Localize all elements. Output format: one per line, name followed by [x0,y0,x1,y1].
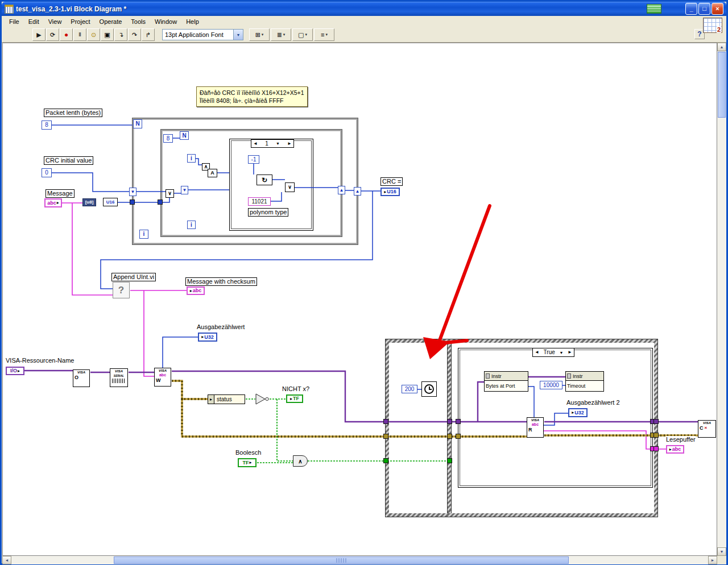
font-selector[interactable]: 13pt Application Font ▼ [162,29,243,40]
case-next-icon[interactable]: ► [568,350,572,355]
maximize-button[interactable]: □ [698,3,710,15]
menu-tools[interactable]: Tools [126,16,150,27]
polynom-constant[interactable]: 11021 [248,197,271,206]
vertical-scrollbar[interactable]: ▲ ▼ [717,43,726,556]
menu-project[interactable]: Project [66,16,94,27]
property-bytes-at-port[interactable]: Bytes at Port [486,383,515,389]
packet-length-constant[interactable]: 8 [42,121,52,130]
case-prev-icon[interactable]: ◄ [535,350,539,355]
tunnel-string[interactable] [653,446,659,451]
shift-register-left-outer[interactable]: ▼ [129,188,136,196]
vertical-scrollbar-thumb[interactable] [718,52,726,118]
tunnel-visa[interactable] [383,419,388,424]
visa-read-icon[interactable]: VISA abc R [527,417,544,438]
step-into-button[interactable]: ↴ [114,28,127,41]
abort-button[interactable]: ● [60,28,73,41]
rotate-left-icon[interactable]: ↻ [257,175,272,185]
scroll-right-button[interactable]: ► [708,556,717,564]
not-gate-icon[interactable] [255,393,270,408]
outer-loop-iteration-terminal[interactable]: i [139,230,148,239]
font-selector-arrow-icon[interactable]: ▼ [234,29,243,40]
tunnel-visa[interactable] [653,419,659,424]
align-objects-button[interactable]: ⊞▾ [249,28,270,41]
property-node-timeout[interactable]: Instr Timeout [565,371,604,392]
and-gate-icon[interactable]: ∧ [293,455,308,467]
case2-selector-value[interactable]: True [544,350,555,355]
message-string-control[interactable]: abc▸ [44,198,62,207]
language-indicator-button[interactable] [647,4,661,14]
crc-u16-indicator[interactable]: ▸U16 [380,188,400,196]
compound-or-node[interactable]: ∨ [166,189,174,198]
inner-count-constant[interactable]: 8 [163,134,173,143]
shift-register-left-inner[interactable]: ▼ [181,186,188,194]
step-over-button[interactable]: ↷ [128,28,141,41]
tunnel-numeric[interactable] [158,200,163,205]
shift-register-right-inner[interactable]: ▲ [338,186,345,194]
distribute-objects-button[interactable]: ≣▾ [271,28,291,41]
tunnel-visa[interactable] [447,419,452,424]
close-button[interactable]: × [712,3,723,15]
free-comment[interactable]: Ðàñ÷åò CRC ïî ïîëèíîìó X16+X12+X5+1 Ïîëè… [196,86,308,107]
tunnel-boolean[interactable] [383,458,388,463]
case-next-icon[interactable]: ► [287,142,292,146]
shift-register-right-outer[interactable]: ▲ [354,187,361,196]
scroll-up-button[interactable]: ▲ [717,43,726,51]
run-continuous-button[interactable]: ⟳ [46,28,59,41]
tunnel-error[interactable] [653,433,659,438]
property-node-bytes-at-port[interactable]: Instr Bytes at Port [484,371,528,392]
visa-write-icon[interactable]: VISA abc W [154,368,171,387]
case-structure-true[interactable] [458,348,653,488]
menu-file[interactable]: File [5,16,24,27]
checksum-string-indicator[interactable]: ▸abc [187,286,205,295]
scroll-left-button[interactable]: ◄ [2,556,11,564]
tunnel-boolean[interactable] [447,458,452,463]
ausgabe-u32-indicator[interactable]: ▸U32 [198,333,217,342]
sequence-divider[interactable] [447,343,452,513]
inner-loop-iteration-terminal[interactable]: i [187,221,196,229]
pause-button[interactable]: ‖ [73,28,86,41]
case2-selector[interactable]: ◄ True ▼ ► [532,348,574,357]
vi-connector-icon[interactable]: 2 [703,18,722,33]
horizontal-scrollbar[interactable]: ◄ ► [2,556,717,564]
ausgabe2-u32-indicator[interactable]: ▸U32 [568,408,588,417]
neg-one-constant[interactable]: -1 [248,155,259,164]
case1-selector-value[interactable]: 1 [265,141,268,147]
menu-view[interactable]: View [44,16,67,27]
tunnel-error[interactable] [383,434,388,439]
unbundle-status-node[interactable]: ▸ status [208,394,245,404]
menu-window[interactable]: Window [150,16,181,27]
tunnel-visa[interactable] [456,419,461,424]
string-to-byte-array-icon[interactable]: [u8] [82,198,96,206]
menu-edit[interactable]: Edit [24,16,44,27]
case-dropdown-icon[interactable]: ▼ [276,142,280,146]
xor-node[interactable]: ∨ [285,182,295,192]
visa-open-icon[interactable]: VISA O [73,369,90,387]
menu-operate[interactable]: Operate [95,16,127,27]
resize-objects-button[interactable]: ▢▾ [292,28,313,41]
tunnel-numeric[interactable] [130,200,135,205]
inner-loop-count-terminal[interactable]: N [180,131,189,140]
reorder-button[interactable]: ≡▾ [314,28,334,41]
run-button[interactable]: ▶ [32,28,46,41]
visa-configure-serial-icon[interactable]: VISA SERIAL [110,368,128,387]
boolesch-tf-control[interactable]: TF▸ [238,458,257,467]
horizontal-scrollbar-thumb[interactable] [114,556,569,564]
step-out-button[interactable]: ↱ [142,28,155,41]
lesepuffer-string-indicator[interactable]: ▸abc [666,445,684,454]
retain-wire-values-button[interactable]: ▣ [101,28,114,41]
array-index-node[interactable]: A [208,169,217,177]
wait-ms-constant[interactable]: 200 [402,385,417,393]
tunnel-error[interactable] [456,434,461,439]
case1-selector[interactable]: ◄ 1 ▼ ► [251,139,294,148]
menu-help[interactable]: Help [181,16,204,27]
nicht-tf-indicator[interactable]: ▸TF [286,394,303,403]
visa-close-icon[interactable]: VISA C× [698,420,716,438]
outer-loop-count-terminal[interactable]: N [133,119,142,128]
crc-initial-constant[interactable]: 0 [42,168,52,177]
visa-resource-control[interactable]: I/O▸ [6,367,24,375]
tunnel-error[interactable] [447,434,452,439]
font-selector-value[interactable]: 13pt Application Font [162,29,234,40]
highlight-execution-button[interactable]: ⊙ [87,28,100,41]
unbundle-status-field[interactable]: status [214,396,234,402]
scroll-down-button[interactable]: ▼ [717,547,726,556]
